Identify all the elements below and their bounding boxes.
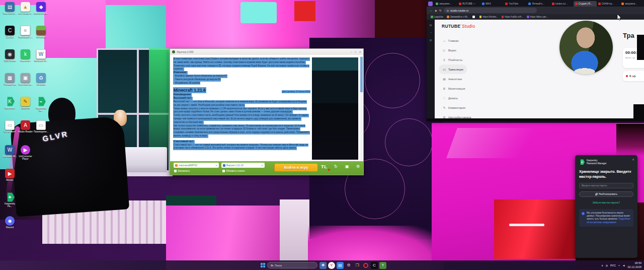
desktop-icon[interactable]: A Adobe Reader [18, 120, 33, 144]
desktop-icon[interactable]: ≡ Текстовый д... [18, 26, 33, 49]
desktop-icon[interactable]: W Microsoft W... [33, 49, 49, 73]
menu-item[interactable]: ₽ Монетизация [439, 84, 468, 93]
start-button[interactable] [261, 263, 265, 267]
desktop-icon[interactable]: ▭ Переведенн... [33, 120, 49, 144]
toolbar-icon[interactable]: ⚙ [356, 164, 360, 169]
back-icon[interactable]: ← [430, 9, 433, 12]
browser-tab[interactable]: Студия | R... [574, 1, 597, 7]
bookmark-item[interactable]: Занимайся с Ай... [447, 16, 469, 18]
url-text: studio.rutube.ru [450, 9, 468, 12]
desktop-icon[interactable]: ⌁ Kaspersky Se... [33, 97, 49, 120]
taskbar-capcut-icon[interactable]: C [371, 262, 378, 269]
channel-avatar[interactable] [559, 21, 613, 74]
tray-caret-icon[interactable]: ∧ [601, 264, 603, 267]
reload-icon[interactable]: ↻ [439, 9, 442, 12]
wallpaper-shape [375, 0, 428, 38]
browser-tab[interactable]: RUTUBE — [457, 1, 480, 7]
menu-item[interactable]: ▤ Аналитика [439, 74, 465, 84]
taskbar-record-icon[interactable] [363, 263, 368, 268]
taskbar-clock[interactable]: 18:54 02.12.2025 [627, 261, 641, 268]
menu-item[interactable]: ♡ Донаты [439, 93, 461, 103]
tray-lang-label[interactable]: РУС [610, 264, 616, 267]
desktop-icon[interactable]: ☻ Discord [2, 216, 18, 240]
sidebar-icon[interactable]: ⊘ [429, 38, 432, 42]
menu-item[interactable]: (•) Трансляции [439, 64, 467, 74]
desktop-icon-label: Текстовый д... [18, 36, 33, 38]
bookmark-item[interactable]: LogoLike [431, 16, 443, 18]
bookmark-item[interactable] [472, 16, 476, 18]
address-bar[interactable]: ⊙ studio.rutube.ru [444, 8, 537, 13]
enter-game-button[interactable]: Войти в игру [274, 163, 318, 172]
tab-label: MAX [486, 3, 491, 5]
shield-icon[interactable]: ◈ [435, 9, 437, 12]
master-password-input[interactable] [579, 183, 633, 188]
desktop-icon[interactable]: ✦ Kaspersky Pa... [2, 192, 18, 216]
scrollbar[interactable] [360, 56, 363, 161]
desktop-icons: W Документ Mi... ▶ Movavi ✦ Kaspersky Pa… [2, 145, 33, 240]
unlock-button[interactable]: Разблокировать [579, 191, 633, 197]
checkbox-checked-icon[interactable]: ✓ [174, 170, 177, 172]
desktop-icon[interactable]: ◉ OBS Studio [2, 49, 18, 73]
desktop-icon[interactable]: ♻ Корзина [33, 73, 49, 97]
desktop-icon[interactable]: ▭ R-документ [2, 120, 18, 144]
bookmark-item[interactable]: https://fonbet... [479, 16, 498, 18]
update-client-checkbox[interactable]: Обновить клиент [222, 170, 245, 172]
tray-mic-icon[interactable]: ψ [606, 264, 608, 267]
tlauncher-news[interactable]: В игре появилась пластинка Lava Chicken,… [170, 55, 359, 161]
bookmark-item[interactable]: https://ua5s.ru/h... [502, 16, 523, 18]
desktop-icon[interactable]: k Kaspersky [18, 49, 33, 73]
tray-volume-icon[interactable]: ◄ [622, 264, 625, 267]
scrollbar-thumb[interactable] [360, 57, 363, 92]
browser-tab[interactable]: загружен... [434, 1, 457, 7]
desktop-icon[interactable]: ▦ Параметры [2, 73, 18, 97]
desktop-icon[interactable]: K Kaspersky [2, 97, 18, 120]
sidebar-icon[interactable]: ⧉ [430, 24, 432, 27]
taskbar-tlauncher-icon[interactable]: T [379, 262, 386, 269]
desktop-icon[interactable]: Minecraft [33, 26, 49, 49]
menu-item[interactable]: ⚙ Настройки канала [439, 112, 475, 118]
rutube-studio-page: RUTUBE´Studio ⌂ Главная ▷ Видео ≡ [435, 20, 644, 118]
close-icon[interactable]: ✕ [632, 158, 634, 161]
desktop-icon[interactable]: C CapCut [2, 26, 18, 49]
desktop-icon[interactable]: ▲ VLC media p... [18, 2, 33, 26]
bookmark-item[interactable]: https://alice.yan... [527, 16, 548, 18]
desktop-icon[interactable]: W Документ Mi... [2, 145, 18, 169]
desktop-icon[interactable]: ▤ Total Comm... [2, 2, 18, 26]
maximize-button[interactable]: □ [355, 50, 356, 53]
menu-item[interactable]: ≡ Плейлисты [439, 55, 466, 64]
browser-tab[interactable]: Личный к... [527, 1, 550, 7]
taskbar-search[interactable]: Поиск [267, 262, 317, 268]
menu-item[interactable]: ▷ Видео [439, 45, 460, 55]
desktop-icon[interactable]: ▶ Movavi [2, 169, 18, 192]
browser-tab[interactable]: загружен... [620, 1, 643, 7]
browser-tab[interactable]: rutube.ru/... [550, 1, 574, 7]
taskbar-yandex-icon[interactable]: Y [328, 262, 335, 269]
browser-tab[interactable]: СКАМ-пр... [597, 1, 620, 7]
minimize-button[interactable]: – [351, 50, 352, 53]
desktop-icon[interactable]: ▶ UniConverter Player [18, 145, 33, 169]
taskbar-chat-icon[interactable]: ❖ [319, 262, 327, 269]
remember-checkbox[interactable]: ✓ Запомнить [174, 170, 190, 172]
sidebar-icon[interactable]: ◔ [430, 31, 432, 34]
tab-group-icon[interactable] [428, 2, 433, 6]
account-dropdown[interactable]: maxmaus898703 ▼ [174, 163, 219, 168]
tlauncher-titlebar[interactable]: Лаунчер 2.939 – □ ✕ [170, 49, 363, 55]
browser-tab[interactable]: YouTube [504, 1, 527, 7]
news-line: Нововведения: [173, 93, 310, 97]
close-button[interactable]: ✕ [359, 50, 361, 53]
forgot-password-link[interactable]: Забыли мастер-пароль? [579, 201, 633, 204]
desktop-icon[interactable]: ✎ Заметки [18, 97, 33, 120]
taskbar-explorer-icon[interactable]: ❒ [354, 262, 361, 269]
menu-item[interactable]: ✎ Комментарии [439, 103, 469, 112]
browser-tab[interactable]: MAX [480, 1, 504, 7]
taskbar-store-icon[interactable]: ▤ [337, 262, 344, 269]
tray-network-icon[interactable]: ≈ [618, 264, 620, 267]
desktop-icon[interactable]: ▣ Средство за... [18, 73, 33, 97]
toolbar-icon[interactable]: ▣ [345, 164, 349, 169]
desktop-icon[interactable]: ◆ Wondershare... [33, 2, 49, 26]
checkbox-unchecked-icon[interactable] [222, 170, 225, 172]
menu-item[interactable]: ⌂ Главная [439, 36, 462, 45]
taskbar-settings-icon[interactable]: ⚙ [345, 262, 352, 269]
version-dropdown[interactable]: Версия 1.21.10 ▼ [221, 163, 265, 168]
toolbar-icon[interactable]: ↻ [334, 164, 338, 169]
